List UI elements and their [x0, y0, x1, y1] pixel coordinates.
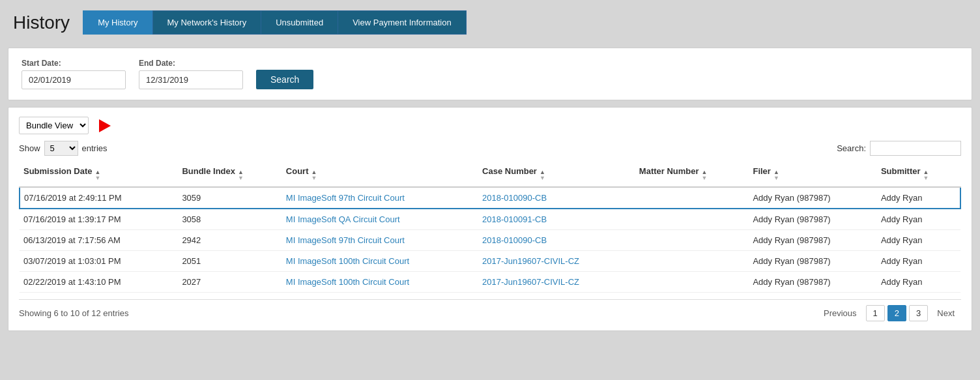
start-date-label: Start Date: [22, 59, 126, 68]
show-entries: Show 5102550100 entries [19, 141, 108, 156]
cell-case_number[interactable]: 2018-010090-CB [478, 230, 635, 251]
cell-court[interactable]: MI ImageSoft 97th Circuit Court [282, 187, 478, 209]
page-title: History [13, 12, 70, 33]
cell-submission_date: 03/07/2019 at 1:03:01 PM [20, 251, 178, 272]
cell-filer: Addy Ryan (987987) [749, 187, 876, 209]
cell-submission_date: 02/22/2019 at 1:43:10 PM [20, 272, 178, 293]
tab-network-history[interactable]: My Network's History [152, 10, 261, 35]
entries-label: entries [82, 143, 108, 153]
cell-matter_number [635, 251, 749, 272]
pagination: Previous123Next [817, 305, 961, 321]
filter-panel: Start Date: End Date: Search [8, 48, 972, 100]
tabs-nav: My HistoryMy Network's HistoryUnsubmitte… [83, 10, 467, 35]
cell-bundle_index: 2051 [178, 251, 281, 272]
col-court[interactable]: Court▲▼ [282, 161, 478, 187]
end-date-label: End Date: [139, 59, 243, 68]
table-row[interactable]: 06/13/2019 at 7:17:56 AM2942MI ImageSoft… [20, 230, 960, 251]
tab-my-history[interactable]: My History [83, 10, 152, 35]
pagination-page-1[interactable]: 1 [866, 305, 885, 321]
end-date-input[interactable] [139, 70, 243, 89]
cell-case_number[interactable]: 2017-Jun19607-CIVIL-CZ [478, 251, 635, 272]
cell-submitter: Addy Ryan [877, 187, 960, 209]
cell-submitter: Addy Ryan [877, 272, 960, 293]
show-label: Show [19, 143, 40, 153]
table-row[interactable]: 07/16/2019 at 2:49:11 PM3059MI ImageSoft… [20, 187, 960, 209]
table-header: Submission Date▲▼Bundle Index▲▼Court▲▼Ca… [20, 161, 960, 187]
cell-court[interactable]: MI ImageSoft 100th Circuit Court [282, 251, 478, 272]
start-date-input[interactable] [22, 70, 126, 89]
col-filer[interactable]: Filer▲▼ [749, 161, 876, 187]
cell-matter_number [635, 272, 749, 293]
cell-submitter: Addy Ryan [877, 209, 960, 230]
cell-submission_date: 07/16/2019 at 1:39:17 PM [20, 209, 178, 230]
tab-unsubmitted[interactable]: Unsubmitted [261, 10, 338, 35]
cell-bundle_index: 2027 [178, 272, 281, 293]
cell-court[interactable]: MI ImageSoft QA Circuit Court [282, 209, 478, 230]
entries-per-page-select[interactable]: 5102550100 [44, 141, 78, 156]
col-case_number[interactable]: Case Number▲▼ [478, 161, 635, 187]
table-body: 07/16/2019 at 2:49:11 PM3059MI ImageSoft… [20, 187, 960, 293]
cell-court[interactable]: MI ImageSoft 100th Circuit Court [282, 272, 478, 293]
table-row[interactable]: 03/07/2019 at 1:03:01 PM2051MI ImageSoft… [20, 251, 960, 272]
history-table: Submission Date▲▼Bundle Index▲▼Court▲▼Ca… [19, 161, 961, 293]
bundle-row: Bundle View Filing View [19, 117, 961, 134]
col-submission_date[interactable]: Submission Date▲▼ [20, 161, 178, 187]
cell-case_number[interactable]: 2018-010090-CB [478, 187, 635, 209]
pagination-prev[interactable]: Previous [817, 306, 863, 321]
cell-submission_date: 07/16/2019 at 2:49:11 PM [20, 187, 178, 209]
table-footer: Showing 6 to 10 of 12 entries Previous12… [19, 299, 961, 321]
col-matter_number[interactable]: Matter Number▲▼ [635, 161, 749, 187]
cell-court[interactable]: MI ImageSoft 97th Circuit Court [282, 230, 478, 251]
table-search: Search: [837, 141, 961, 156]
pagination-page-2[interactable]: 2 [887, 305, 906, 321]
table-search-input[interactable] [870, 141, 961, 156]
table-search-label: Search: [837, 143, 866, 153]
start-date-group: Start Date: [22, 59, 126, 89]
table-row[interactable]: 07/16/2019 at 1:39:17 PM3058MI ImageSoft… [20, 209, 960, 230]
cell-submission_date: 06/13/2019 at 7:17:56 AM [20, 230, 178, 251]
cell-bundle_index: 3059 [178, 187, 281, 209]
tab-view-payment[interactable]: View Payment Information [338, 10, 467, 35]
cell-matter_number [635, 209, 749, 230]
pagination-next[interactable]: Next [930, 306, 961, 321]
col-submitter[interactable]: Submitter▲▼ [877, 161, 960, 187]
table-panel: Bundle View Filing View Show 5102550100 … [8, 107, 972, 331]
cell-submitter: Addy Ryan [877, 230, 960, 251]
cell-filer: Addy Ryan (987987) [749, 251, 876, 272]
end-date-group: End Date: [139, 59, 243, 89]
cell-case_number[interactable]: 2017-Jun19607-CIVIL-CZ [478, 272, 635, 293]
arrow-right-icon [99, 119, 111, 132]
cell-filer: Addy Ryan (987987) [749, 272, 876, 293]
table-controls: Show 5102550100 entries Search: [19, 141, 961, 156]
cell-bundle_index: 2942 [178, 230, 281, 251]
top-bar: History My HistoryMy Network's HistoryUn… [0, 0, 980, 41]
cell-filer: Addy Ryan (987987) [749, 209, 876, 230]
cell-bundle_index: 3058 [178, 209, 281, 230]
pagination-page-3[interactable]: 3 [909, 305, 928, 321]
table-row[interactable]: 02/22/2019 at 1:43:10 PM2027MI ImageSoft… [20, 272, 960, 293]
cell-filer: Addy Ryan (987987) [749, 230, 876, 251]
showing-info: Showing 6 to 10 of 12 entries [19, 308, 128, 318]
bundle-view-select[interactable]: Bundle View Filing View [19, 117, 89, 134]
cell-submitter: Addy Ryan [877, 251, 960, 272]
search-button[interactable]: Search [256, 70, 313, 89]
cell-case_number[interactable]: 2018-010091-CB [478, 209, 635, 230]
col-bundle_index[interactable]: Bundle Index▲▼ [178, 161, 281, 187]
cell-matter_number [635, 230, 749, 251]
cell-matter_number [635, 187, 749, 209]
